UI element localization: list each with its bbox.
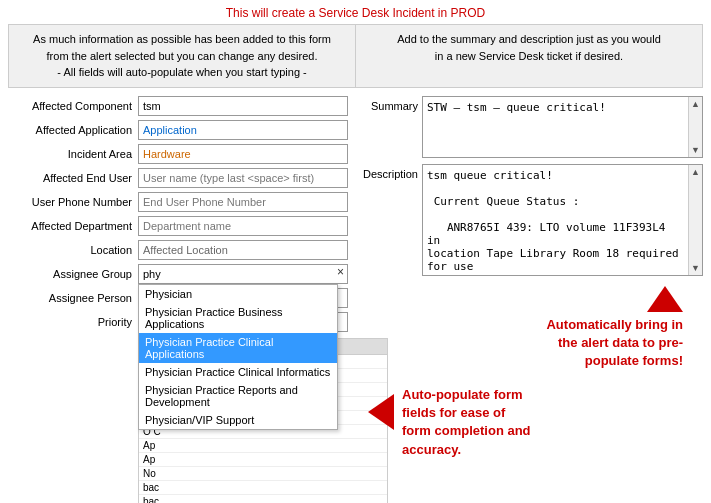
info-bar: As much information as possible has been…	[8, 24, 703, 88]
location-row: Location	[8, 240, 348, 260]
affected-department-row: Affected Department	[8, 216, 348, 236]
right-annotation-text: Automatically bring inthe alert data to …	[546, 316, 683, 371]
incident-area-row: Incident Area	[8, 144, 348, 164]
user-phone-row: User Phone Number	[8, 192, 348, 212]
dropdown-item-2[interactable]: Physician Practice Clinical Applications	[139, 333, 337, 363]
user-phone-input[interactable]	[138, 192, 348, 212]
info-bar-right: Add to the summary and description just …	[356, 25, 702, 87]
dropdown-item-1[interactable]: Physician Practice Business Applications	[139, 303, 337, 333]
affected-end-user-row: Affected End User	[8, 168, 348, 188]
affected-component-label: Affected Component	[8, 100, 138, 112]
table-row[interactable]: bac	[139, 481, 387, 495]
affected-end-user-input[interactable]	[138, 168, 348, 188]
incident-area-input[interactable]	[138, 144, 348, 164]
affected-application-label: Affected Application	[8, 124, 138, 136]
dropdown-item-5[interactable]: Physician/VIP Support	[139, 411, 337, 429]
table-row[interactable]: bac	[139, 495, 387, 504]
description-section: Description tsm queue critical! Current …	[358, 164, 703, 276]
right-panel: Summary STW – tsm – queue critical! ▲ ▼ …	[358, 96, 703, 504]
desc-scrollbar-up-arrow[interactable]: ▲	[689, 167, 702, 177]
assignee-group-row: Assignee Group × Physician Physician Pra…	[8, 264, 348, 284]
right-annotation: Automatically bring inthe alert data to …	[358, 286, 703, 371]
assignee-group-input[interactable]	[138, 264, 348, 284]
top-banner: This will create a Service Desk Incident…	[0, 0, 711, 24]
bottom-annotation-text: Auto-populate formfields for ease ofform…	[402, 386, 531, 459]
assignee-group-dropdown: Physician Physician Practice Business Ap…	[138, 284, 338, 430]
location-label: Location	[8, 244, 138, 256]
user-phone-label: User Phone Number	[8, 196, 138, 208]
incident-area-label: Incident Area	[8, 148, 138, 160]
table-row[interactable]: Ap	[139, 453, 387, 467]
affected-component-input[interactable]	[138, 96, 348, 116]
affected-application-input[interactable]	[138, 120, 348, 140]
description-label: Description	[358, 164, 418, 180]
summary-label: Summary	[358, 96, 418, 112]
assignee-group-wrapper: × Physician Physician Practice Business …	[138, 264, 348, 284]
scrollbar-up-arrow[interactable]: ▲	[689, 99, 702, 109]
table-row[interactable]: No	[139, 467, 387, 481]
summary-textarea[interactable]: STW – tsm – queue critical!	[423, 97, 688, 157]
dropdown-item-4[interactable]: Physician Practice Reports and Developme…	[139, 381, 337, 411]
affected-department-label: Affected Department	[8, 220, 138, 232]
description-textarea[interactable]: tsm queue critical! Current Queue Status…	[423, 165, 688, 275]
affected-department-input[interactable]	[138, 216, 348, 236]
left-arrow-icon	[368, 394, 394, 430]
bottom-annotation: Auto-populate formfields for ease ofform…	[358, 386, 703, 459]
up-arrow-icon	[647, 286, 683, 312]
dropdown-item-3[interactable]: Physician Practice Clinical Informatics	[139, 363, 337, 381]
table-row[interactable]: Ap	[139, 439, 387, 453]
affected-component-row: Affected Component	[8, 96, 348, 116]
info-bar-left: As much information as possible has been…	[9, 25, 356, 87]
location-input[interactable]	[138, 240, 348, 260]
dropdown-item-0[interactable]: Physician	[139, 285, 337, 303]
scrollbar-down-arrow[interactable]: ▼	[689, 145, 702, 155]
priority-label: Priority	[8, 316, 138, 328]
affected-application-row: Affected Application	[8, 120, 348, 140]
desc-scrollbar-down-arrow[interactable]: ▼	[689, 263, 702, 273]
clear-button[interactable]: ×	[335, 265, 346, 279]
affected-end-user-label: Affected End User	[8, 172, 138, 184]
assignee-person-label: Assignee Person	[8, 292, 138, 304]
assignee-group-label: Assignee Group	[8, 268, 138, 280]
left-panel: Affected Component Affected Application …	[8, 96, 348, 504]
summary-section: Summary STW – tsm – queue critical! ▲ ▼	[358, 96, 703, 158]
